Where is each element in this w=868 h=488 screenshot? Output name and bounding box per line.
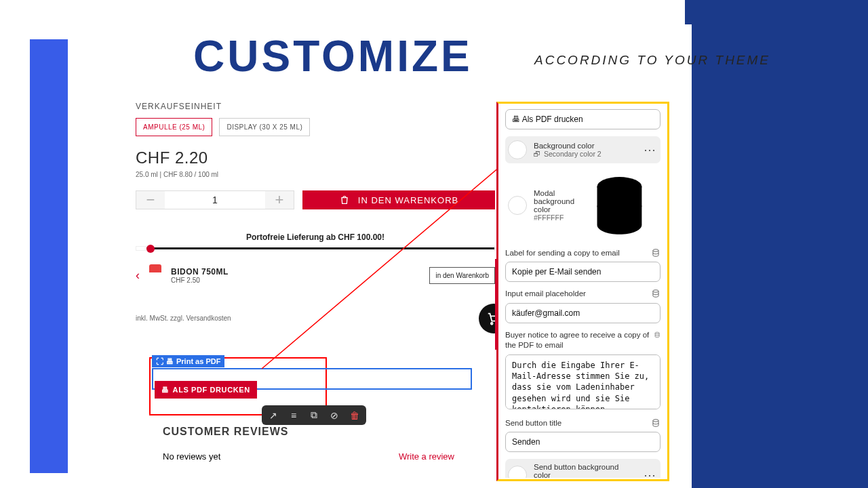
hide-icon[interactable]: ⊘: [328, 410, 340, 421]
price: CHF 2.20: [136, 148, 495, 167]
svg-point-4: [653, 249, 658, 252]
move-icon[interactable]: ↗: [267, 410, 279, 421]
svg-point-6: [655, 332, 659, 334]
link-icon: 🗗: [534, 150, 541, 158]
subline: ACCORDING TO YOUR THEME: [534, 53, 770, 68]
swatch-title: Send button background color: [534, 463, 637, 478]
reviews-empty: No reviews yet: [163, 451, 220, 462]
color-swatch[interactable]: [508, 140, 527, 159]
add-to-cart-label: IN DEN WARENKORB: [358, 195, 458, 205]
field-label: Buyer notice to agree to receive a copy …: [505, 330, 654, 351]
quantity-stepper[interactable]: − 1 +: [136, 190, 294, 209]
trash-icon[interactable]: 🗑: [349, 410, 361, 421]
free-shipping-bar: [136, 246, 495, 251]
cross-add-button[interactable]: in den Warenkorb: [429, 267, 495, 284]
variant-chip-ampulle[interactable]: AMPULLE (25 ML): [136, 118, 212, 136]
price-sub: 25.0 ml | CHF 8.80 / 100 ml: [136, 171, 495, 178]
duplicate-icon[interactable]: ⧉: [308, 409, 320, 421]
printer-icon: 🖶: [161, 386, 170, 394]
background-color-row[interactable]: Background color 🗗Secondary color 2 ⋯: [505, 136, 660, 163]
chevron-left-icon[interactable]: ‹: [136, 268, 140, 283]
frame-right: [692, 0, 868, 488]
print-as-pdf-label: ALS PDF DRUCKEN: [173, 386, 250, 394]
email-placeholder-input[interactable]: [505, 303, 660, 323]
qty-value: 1: [165, 191, 265, 209]
field-label: Send button title: [505, 418, 561, 429]
swatch-title: Background color: [534, 142, 637, 150]
more-icon[interactable]: ⋯: [644, 468, 658, 478]
editor-block-label: Print as PDF: [176, 357, 220, 365]
settings-panel-frame: Background color 🗗Secondary color 2 ⋯ Mo…: [496, 102, 669, 481]
headline: CUSTOMIZE: [193, 31, 473, 81]
expand-icon: ⛶: [156, 357, 163, 365]
print-as-pdf-button[interactable]: 🖶 ALS PDF DRUCKEN: [155, 381, 257, 399]
email-label-input[interactable]: [505, 262, 660, 282]
swatch-sub: #FFFFFF: [534, 214, 574, 222]
settings-panel: Background color 🗗Secondary color 2 ⋯ Mo…: [500, 105, 666, 478]
database-icon[interactable]: [651, 289, 660, 298]
buyer-notice-textarea[interactable]: [505, 354, 660, 409]
send-button-bg-row[interactable]: Send button background color 🗗Secondary …: [505, 459, 660, 478]
cross-sell-row: ‹ BIDON 750ML CHF 2.50 in den Warenkorb: [136, 264, 495, 286]
database-icon[interactable]: [651, 248, 660, 258]
editor-block-tag[interactable]: ⛶ 🖶 Print as PDF: [152, 355, 224, 367]
field-label: Label for sending a copy to email: [505, 248, 620, 259]
send-title-input[interactable]: [505, 432, 660, 452]
printer-icon: 🖶: [166, 357, 174, 365]
free-shipping-text: Portofreie Lieferung ab CHF 100.00!: [136, 232, 495, 242]
variant-label: VERKAUFSEINHEIT: [136, 102, 495, 111]
cross-price: CHF 2.50: [171, 277, 229, 284]
database-icon[interactable]: [651, 418, 660, 428]
qty-minus[interactable]: −: [136, 191, 165, 209]
swatch-title: Modal background color: [534, 189, 574, 214]
cross-thumb: [149, 264, 161, 286]
svg-point-5: [653, 290, 658, 293]
svg-point-0: [491, 323, 493, 325]
color-swatch[interactable]: [508, 466, 527, 478]
write-review-link[interactable]: Write a review: [399, 451, 454, 462]
button-label-input[interactable]: [505, 109, 660, 129]
block-toolbar[interactable]: ↗ ≡ ⧉ ⊘ 🗑: [262, 405, 366, 425]
swatch-sub: Secondary color 2: [544, 150, 601, 158]
color-swatch[interactable]: [508, 196, 527, 215]
align-icon[interactable]: ≡: [288, 410, 300, 421]
svg-point-7: [653, 419, 658, 422]
cross-name: BIDON 750ML: [171, 267, 229, 277]
add-to-cart-button[interactable]: IN DEN WARENKORB: [302, 190, 495, 209]
modal-background-color-row[interactable]: Modal background color #FFFFFF: [505, 163, 660, 248]
database-icon[interactable]: [654, 330, 660, 340]
more-icon[interactable]: ⋯: [644, 142, 658, 157]
reviews-title: CUSTOMER REVIEWS: [163, 426, 454, 438]
variant-chip-display[interactable]: DISPLAY (30 X 25 ML): [219, 118, 310, 136]
database-icon[interactable]: [581, 167, 658, 244]
vat-note: inkl. MwSt. zzgl. Versandkosten: [136, 314, 495, 322]
qty-plus[interactable]: +: [265, 191, 294, 209]
field-label: Input email placeholder: [505, 289, 586, 300]
